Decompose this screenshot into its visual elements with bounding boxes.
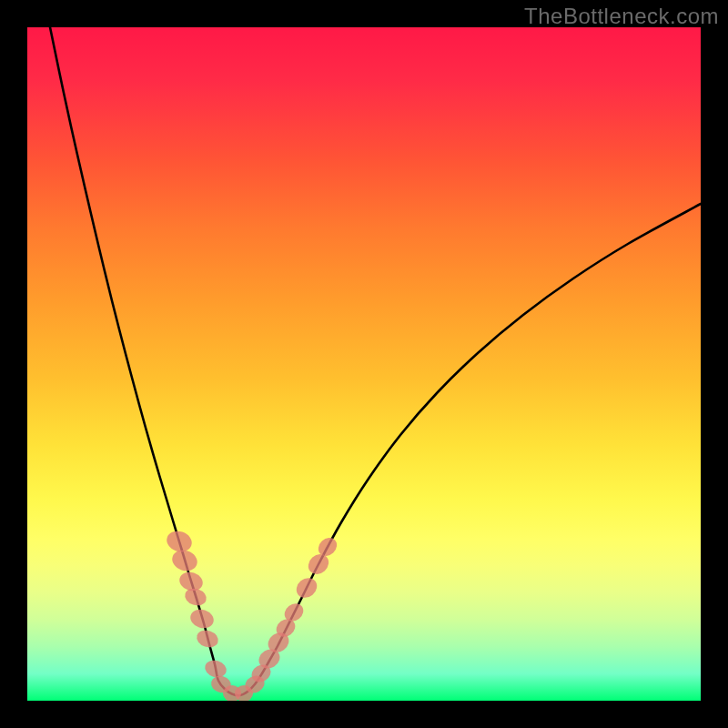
data-marker xyxy=(292,574,320,602)
watermark-text: TheBottleneck.com xyxy=(524,4,719,29)
chart-plot-area xyxy=(27,27,701,701)
marker-group xyxy=(164,528,340,701)
data-marker xyxy=(203,658,228,680)
chart-svg xyxy=(27,27,701,701)
data-marker xyxy=(188,606,217,631)
data-marker xyxy=(195,628,220,651)
bottleneck-curve xyxy=(50,27,701,695)
data-marker xyxy=(169,547,199,574)
